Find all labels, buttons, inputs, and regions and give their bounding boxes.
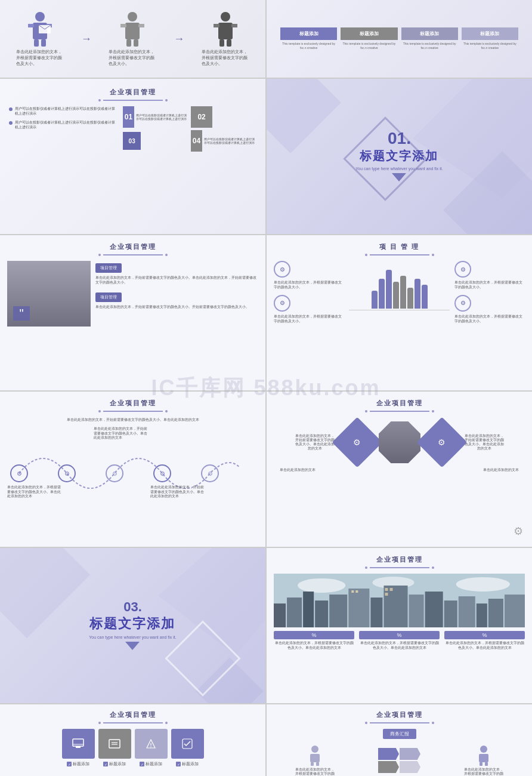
svg-point-0 xyxy=(35,12,45,21)
r2l-dots xyxy=(9,99,256,101)
quote-mark: " xyxy=(13,306,30,321)
slide-r3-left: 企业项目管理 " 项目管理 单击此处添加您的文本，开始前需要修改文字的颜色及大小… xyxy=(0,235,265,390)
r2l-title: 企业项目管理 xyxy=(9,88,256,97)
svg-rect-42 xyxy=(348,589,369,627)
card-label-4: 标题添加 xyxy=(462,27,518,40)
card-label-1: 标题添加 xyxy=(280,27,337,40)
r3r-text-2: 单击此处添加您的文本，并根据需要修改文字的颜色及大小。 xyxy=(274,314,344,324)
card-label-3: 标题添加 xyxy=(401,27,458,40)
check-2: ✓ 标题添加 xyxy=(103,761,126,767)
r3l-dot-r xyxy=(165,254,168,256)
arrow-1: → xyxy=(81,33,92,45)
icon-box-2 xyxy=(98,729,131,759)
icon-item-1: ✓ 标题添加 xyxy=(62,729,95,767)
title-card-1: 标题添加 This template is exclusively design… xyxy=(280,27,337,50)
r6l-header: 企业项目管理 xyxy=(6,710,259,724)
r6l-dot-l xyxy=(98,722,101,724)
svg-rect-39 xyxy=(303,592,314,627)
bar-5 xyxy=(400,276,406,309)
r5r-header: 企业项目管理 xyxy=(274,555,525,569)
wave-text-3: 单击此处处添加您的文本，开始前需要修改文字的颜色及大小。单击此处添加您的文本 xyxy=(150,485,204,498)
check-4: ✓ 标题添加 xyxy=(176,761,199,767)
r4l-line xyxy=(103,411,163,412)
r3r-dots xyxy=(274,254,525,256)
bar-chart xyxy=(372,267,428,309)
r3r-title: 项 目 管 理 xyxy=(274,242,525,251)
r4l-dot-r xyxy=(165,410,168,412)
gear-circle-4: ⚙ xyxy=(454,295,471,312)
r4l-dots xyxy=(7,410,258,412)
r4l-header: 企业项目管理 xyxy=(7,399,258,412)
person-text-1: 单击此处添加您的文本，并根据需要修改文字的颜色及大小。 xyxy=(16,49,64,66)
r2r-arrow xyxy=(392,173,406,181)
gear-circle-3: ⚙ xyxy=(454,261,471,278)
icon-box-4 xyxy=(171,729,204,759)
svg-rect-12 xyxy=(134,39,138,47)
d-text-b2: 单击此处添加您的文本 xyxy=(483,468,519,472)
icon-item-2: ✓ 标题添加 xyxy=(98,729,131,767)
r5r-line xyxy=(370,567,429,568)
svg-rect-68 xyxy=(311,762,314,766)
icon-box-row: ✓ 标题添加 ✓ 标题添加 ✓ 标题添加 xyxy=(6,729,259,767)
slide-r1-right: 标题添加 This template is exclusively design… xyxy=(267,0,532,78)
num-box-01: 01 xyxy=(123,106,134,128)
svg-rect-52 xyxy=(351,590,354,593)
v-a1 xyxy=(378,748,399,760)
svg-point-34 xyxy=(298,578,345,593)
svg-rect-60 xyxy=(109,740,120,748)
slide-r2-right: 01. 标题文字添加 You can type here whatever yo… xyxy=(267,79,532,234)
slide-r3-right: 项 目 管 理 ⚙ 单击此处添加您的文本，并根据需要修改文字的颜色及大小。 ⚙ … xyxy=(267,235,532,390)
slide-r6-right: 企业项目管理 商务汇报 单击此处添加您的文本，并根据需要修改文字的颜色及大 xyxy=(267,704,532,776)
flow-text-2: 单击此处添加您的文本，并根据需要修改文字的颜色及大小。 xyxy=(463,768,505,776)
v-a2 xyxy=(400,748,420,760)
r6l-title: 企业项目管理 xyxy=(6,710,259,719)
num-item-03: 03 xyxy=(123,130,188,152)
main-grid: 单击此处添加您的文本，并根据需要修改文字的颜色及大小。 → 单击此处添加您的文本… xyxy=(0,0,532,776)
bar-3 xyxy=(386,270,392,309)
r3r-dot-l xyxy=(365,254,367,256)
tag-text-1: 单击此处添加您的文本，开始前需要修改文字的颜色及大小。单击此处添加您的文本，开始… xyxy=(95,275,258,285)
tag-2: 项目管理 xyxy=(95,292,122,302)
svg-rect-17 xyxy=(219,39,224,47)
r2r-title: 标题文字添加 xyxy=(355,148,443,164)
svg-rect-37 xyxy=(274,603,286,627)
r6r-title: 企业项目管理 xyxy=(273,710,526,719)
bullet-2: 用户可以在投影仪或者计算机上进行演示可以在投影仪或者计算机上进行演示 xyxy=(9,120,118,130)
bullet-text-2: 用户可以在投影仪或者计算机上进行演示可以在投影仪或者计算机上进行演示 xyxy=(15,120,118,130)
card-sub-3: This template is exclusively designed by… xyxy=(401,42,458,50)
svg-rect-40 xyxy=(315,601,328,627)
icon-item-4: ✓ 标题添加 xyxy=(171,729,204,767)
r2r-subtitle: You can type here whatever you want and … xyxy=(355,167,443,171)
flow-item-2: 单击此处添加您的文本，并根据需要修改文字的颜色及大小。 xyxy=(463,745,505,776)
slide-r6-left: 企业项目管理 ✓ 标题添加 xyxy=(0,704,265,776)
person-item-2: 单击此处添加您的文本，并根据需要修改文字的颜色及大小。 xyxy=(109,11,156,66)
svg-rect-73 xyxy=(485,762,488,766)
svg-rect-10 xyxy=(125,23,140,39)
svg-rect-4 xyxy=(28,24,34,27)
r2r-number: 01. xyxy=(355,129,443,148)
header-line-h xyxy=(103,100,163,101)
bar-6 xyxy=(407,288,413,309)
r3r-header: 项 目 管 理 xyxy=(274,242,525,256)
v-a4 xyxy=(400,761,420,773)
pct-text-3: 单击此处添加您的文本，并根据需要修改文字的颜色及大小。单击此处添加您的文本 xyxy=(444,641,525,650)
pct-item-2: % 单击此处添加您的文本，并根据需要修改文字的颜色及大小。单击此处添加您的文本 xyxy=(359,631,440,650)
v-arrows xyxy=(378,748,420,773)
icon-item-3: ✓ 标题添加 xyxy=(135,729,168,767)
svg-rect-14 xyxy=(138,24,144,27)
d-text-1: 单击此处添加您的文本，开始前需要修改文字的颜色及大小。单击此处添加您的文本 xyxy=(294,434,336,451)
person-item-3: 单击此处添加您的文本，并根据需要修改文字的颜色及大小。 xyxy=(202,11,249,66)
person-svg-2 xyxy=(475,745,492,766)
svg-rect-43 xyxy=(370,598,382,627)
num-text-04: 用户可以在投影仪或者计算机上进行演示可以在投影仪或者计算机上进行演示 xyxy=(204,137,256,145)
pct-text-1: 单击此处添加您的文本，并根据需要修改文字的颜色及大小。单击此处添加您的文本 xyxy=(274,641,354,650)
r3r-text-4: 单击此处添加您的文本，并根据需要修改文字的颜色及大小。 xyxy=(454,314,525,324)
card-sub-1: This template is exclusively designed by… xyxy=(280,42,337,50)
wave-text-2: 单击此处处添加您的文本，开始前需要修改文字的颜色及大小。单击此处添加您的文本 xyxy=(94,427,147,439)
slide-r5-right: 企业项目管理 xyxy=(267,548,532,703)
tag-block-2: 项目管理 单击此处添加您的文本，开始前需要修改文字的颜色及大小。开始前需要修改文… xyxy=(95,290,258,309)
num-item-01: 01 用户可以在投影仪或者计算机上进行演示可以在投影仪或者计算机上进行演示 xyxy=(123,106,188,128)
svg-rect-38 xyxy=(287,598,302,627)
card-label-2: 标题添加 xyxy=(341,27,397,40)
slide-r2-left: 企业项目管理 用户可以在投影仪或者计算机上进行演示可以在投影仪或者计算机上进行演… xyxy=(0,79,265,234)
